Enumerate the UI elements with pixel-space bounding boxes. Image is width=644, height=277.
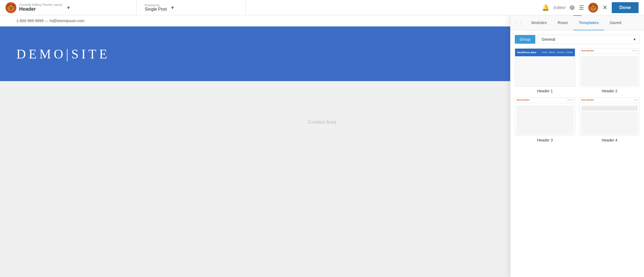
preview-selector[interactable]: Preview As: Single Post ▾ (137, 0, 246, 15)
svg-point-5 (9, 7, 10, 8)
group-select[interactable]: General ▾ (537, 35, 640, 44)
svg-point-7 (10, 8, 12, 9)
content-area-label: Content Area (308, 119, 336, 125)
templates-panel: ⋮⋮ Modules Rows Templates Saved Group Ge… (510, 15, 644, 277)
done-button[interactable]: Done (612, 2, 639, 13)
site-logo: DEMO|SITE (16, 46, 110, 61)
svg-point-13 (592, 7, 593, 8)
close-icon[interactable]: ✕ (602, 4, 607, 11)
panel-tab-bar: ⋮⋮ Modules Rows Templates Saved (510, 15, 644, 30)
top-bar: Currently Editing Themer Layout Header ▾… (0, 0, 644, 15)
drag-handle-icon[interactable]: ⋮⋮ (510, 16, 526, 29)
tab-templates[interactable]: Templates (573, 15, 604, 30)
layout-selector[interactable]: Currently Editing Themer Layout Header ▾ (0, 0, 137, 15)
topbar-actions: 🔔 Edited ? ☰ ✕ Done (536, 2, 644, 13)
layout-title: Header (19, 6, 62, 12)
user-avatar[interactable] (588, 3, 598, 13)
layout-info: Currently Editing Themer Layout Header (19, 3, 62, 12)
template-thumb-header3: BeaverBuilder (515, 98, 575, 136)
template-label-header3: Header 3 (515, 138, 575, 142)
tab-rows[interactable]: Rows (552, 15, 574, 30)
template-grid: WordPress Beta Home About ▾ Services Con… (515, 48, 640, 142)
notifications-icon[interactable]: 🔔 (542, 4, 549, 11)
preview-value: Single Post (145, 7, 167, 12)
template-item-header3[interactable]: BeaverBuilder Header 3 (515, 98, 575, 142)
template-thumb-header4: BeaverBuilder (580, 98, 640, 136)
svg-point-6 (11, 7, 13, 8)
layout-dropdown-icon[interactable]: ▾ (67, 5, 70, 11)
layout-subtitle: Currently Editing Themer Layout (19, 3, 62, 6)
svg-point-14 (594, 7, 595, 8)
template-label-header4: Header 4 (580, 138, 640, 142)
svg-point-12 (592, 8, 595, 10)
preview-dropdown-icon[interactable]: ▾ (171, 5, 174, 11)
template-item-header4[interactable]: BeaverBuilder Header 4 (580, 98, 640, 142)
group-select-chevron: ▾ (634, 37, 636, 42)
filter-row: Group General ▾ (515, 35, 640, 44)
tab-saved[interactable]: Saved (604, 15, 627, 30)
group-button[interactable]: Group (515, 35, 535, 44)
template-thumb-header2: BeaverBuilder (580, 48, 640, 87)
logo-text: DEMO|SITE (16, 47, 110, 61)
template-thumb-header1: WordPress Beta Home About ▾ Services Con… (515, 48, 575, 87)
group-select-value: General (542, 37, 555, 42)
preview-info: Preview As: Single Post (145, 4, 167, 12)
canvas: 1-800-999-9999 — hi@loremipsum.com DEMO|… (0, 15, 644, 277)
menu-lines-icon[interactable]: ☰ (579, 4, 584, 11)
template-item-header1[interactable]: WordPress Beta Home About ▾ Services Con… (515, 48, 575, 93)
panel-content: Group General ▾ WordPress Beta H (510, 30, 644, 277)
tab-modules[interactable]: Modules (526, 15, 552, 30)
template-label-header1: Header 1 (515, 89, 575, 93)
help-icon[interactable]: ? (570, 5, 575, 10)
edited-status: Edited (554, 5, 565, 10)
template-label-header2: Header 2 (580, 89, 640, 93)
beaver-logo-icon (5, 2, 16, 13)
preview-label: Preview As: (145, 4, 167, 7)
template-item-header2[interactable]: BeaverBuilder Header 2 (580, 48, 640, 93)
